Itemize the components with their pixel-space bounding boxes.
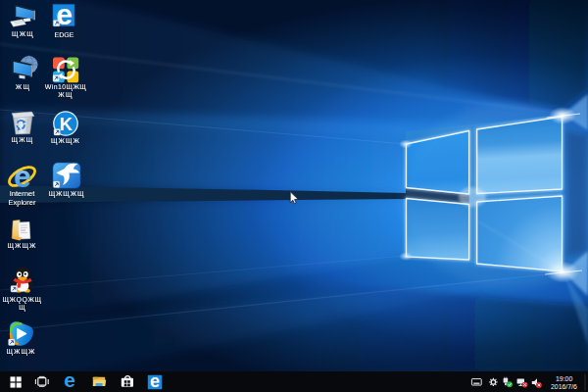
svg-text:ЩЖЩЖ: ЩЖЩЖ bbox=[7, 242, 36, 250]
svg-text:Internet: Internet bbox=[10, 189, 35, 198]
svg-text:e: e bbox=[150, 371, 160, 391]
svg-text:ЩЖЩЖЩ: ЩЖЩЖЩ bbox=[49, 190, 85, 198]
svg-text:Щ: Щ bbox=[19, 304, 25, 312]
svg-text:ЩЖЩЖ: ЩЖЩЖ bbox=[6, 348, 35, 356]
svg-text:19:00: 19:00 bbox=[556, 375, 572, 382]
svg-text:ЖЩ: ЖЩ bbox=[58, 91, 73, 99]
svg-text:K: K bbox=[60, 115, 73, 134]
svg-text:ЖЩ: ЖЩ bbox=[16, 83, 30, 91]
svg-text:ЩЖЩ: ЩЖЩ bbox=[11, 136, 33, 144]
svg-text:ЩЖЩЖ: ЩЖЩЖ bbox=[51, 137, 80, 145]
svg-text:2016/7/6: 2016/7/6 bbox=[551, 383, 577, 390]
svg-text:Explorer: Explorer bbox=[9, 198, 36, 207]
svg-text:e: e bbox=[64, 368, 75, 391]
svg-text:ЩЖЩ: ЩЖЩ bbox=[12, 30, 34, 38]
svg-text:EDGE: EDGE bbox=[55, 31, 74, 38]
svg-text:ЩЖQQЖЩ: ЩЖQQЖЩ bbox=[3, 296, 42, 304]
